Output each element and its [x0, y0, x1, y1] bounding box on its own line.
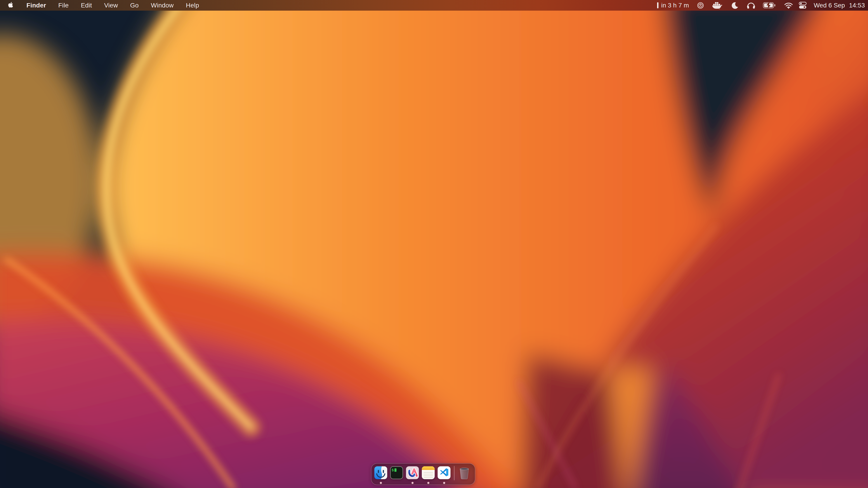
terminal-icon: $ [390, 466, 403, 479]
dock-trash[interactable] [458, 464, 471, 485]
battery-charging-icon[interactable] [763, 2, 776, 8]
menu-item-view[interactable]: View [98, 0, 124, 11]
menu-bar-date[interactable]: Wed 6 Sep [814, 2, 845, 9]
dock-notes[interactable] [422, 464, 435, 485]
menu-item-finder[interactable]: Finder [20, 0, 52, 11]
running-indicator [380, 482, 382, 484]
finder-icon [374, 466, 387, 479]
menu-item-file[interactable]: File [52, 0, 75, 11]
menu-bar-time[interactable]: 14:53 [849, 2, 865, 9]
wifi-icon[interactable] [784, 2, 793, 8]
menu-item-go[interactable]: Go [124, 0, 145, 11]
menu-item-help[interactable]: Help [180, 0, 205, 11]
notes-icon [422, 466, 435, 479]
menu-item-edit[interactable]: Edit [75, 0, 98, 11]
headphones-icon[interactable] [747, 2, 755, 9]
apple-menu-icon[interactable] [8, 2, 13, 9]
running-indicator [443, 482, 445, 484]
affine-a-icon [406, 466, 419, 479]
vertical-bar-icon[interactable] [657, 2, 658, 8]
dock: $ [371, 463, 475, 485]
dock-vscode[interactable] [438, 464, 451, 485]
vscode-icon [438, 466, 451, 479]
desktop: Finder File Edit View Go Window Help in … [0, 0, 868, 488]
moon-focus-icon[interactable] [731, 2, 738, 9]
docker-whale-icon[interactable] [712, 2, 722, 9]
dock-separator [454, 466, 455, 480]
running-indicator [427, 482, 429, 484]
keyhole-circle-icon[interactable] [697, 2, 704, 9]
menu-item-window[interactable]: Window [145, 0, 180, 11]
dock-affine[interactable] [406, 464, 419, 485]
menu-bar: Finder File Edit View Go Window Help in … [0, 0, 868, 11]
running-indicator [411, 482, 413, 484]
wallpaper [0, 0, 868, 488]
menu-bar-status: in 3 h 7 m [657, 2, 868, 9]
dock-finder[interactable] [374, 464, 387, 485]
control-center-icon[interactable] [799, 2, 807, 9]
dock-terminal[interactable]: $ [390, 464, 403, 485]
menu-bar-left: Finder File Edit View Go Window Help [0, 0, 205, 11]
svg-text:$: $ [392, 468, 394, 473]
timer-countdown[interactable]: in 3 h 7 m [661, 2, 689, 9]
trash-icon [458, 466, 470, 480]
